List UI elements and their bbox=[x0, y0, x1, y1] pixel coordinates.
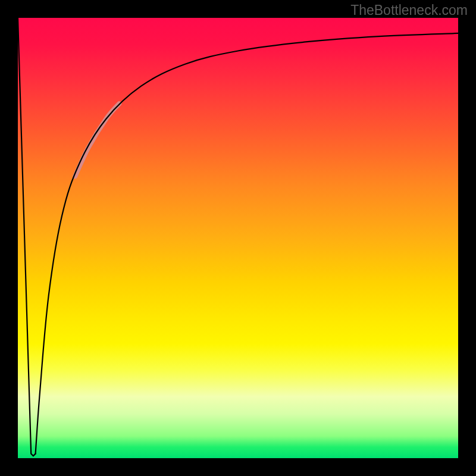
main-curve-path bbox=[36, 33, 458, 454]
watermark-text: TheBottleneck.com bbox=[350, 2, 468, 18]
chart-plot-area bbox=[18, 18, 458, 458]
highlight-segment-path bbox=[75, 104, 119, 176]
chart-curves-svg bbox=[18, 18, 458, 458]
left-spike-path bbox=[18, 18, 36, 456]
